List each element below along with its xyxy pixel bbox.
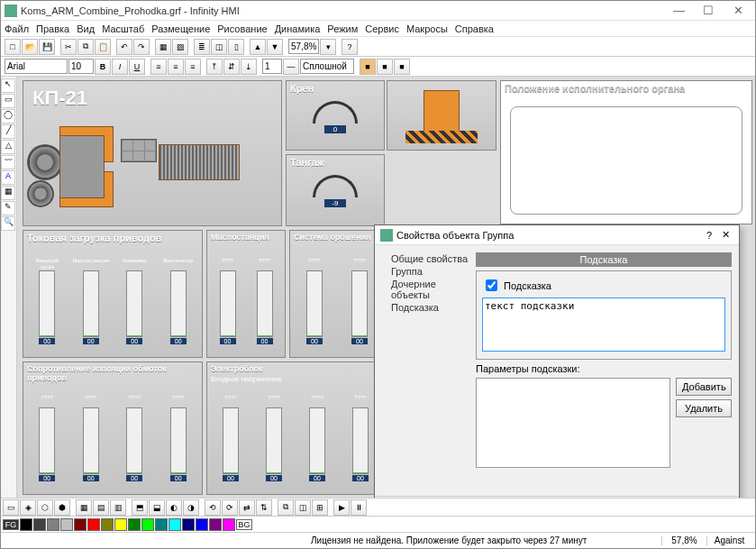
tree-group[interactable]: Группа xyxy=(382,265,469,278)
tooltip-checkbox-label[interactable]: Подсказка xyxy=(482,277,725,294)
tool-image[interactable]: ▦ xyxy=(1,186,15,200)
panel-electro[interactable]: Электроблок Входное напряжение ????00 ??… xyxy=(206,361,385,495)
color-swatch[interactable] xyxy=(196,518,208,531)
btool-18[interactable]: ⊞ xyxy=(312,499,328,516)
back-button[interactable]: ▼ xyxy=(267,39,283,55)
params-list[interactable] xyxy=(476,378,670,468)
group-button[interactable]: ◫ xyxy=(211,39,227,55)
btool-7[interactable]: ▥ xyxy=(110,499,126,516)
menu-layout[interactable]: Размещение xyxy=(151,23,210,34)
italic-button[interactable]: I xyxy=(112,59,128,75)
dialog-close-button[interactable]: ✕ xyxy=(717,229,733,241)
panel-spray[interactable]: Система орошения ????00 ????00 xyxy=(289,230,385,358)
color2-button[interactable]: ■ xyxy=(377,59,393,75)
zoom-input[interactable] xyxy=(288,39,319,54)
ungroup-button[interactable]: ▯ xyxy=(228,39,244,55)
color-swatch[interactable] xyxy=(169,518,181,531)
panel-tangaj[interactable]: Тангаж -9 xyxy=(286,154,385,226)
v-bot-button[interactable]: ⤓ xyxy=(241,59,257,75)
fontsize-select[interactable] xyxy=(68,59,94,74)
copy-button[interactable]: ⧉ xyxy=(77,39,94,55)
color-swatch[interactable] xyxy=(155,518,168,531)
snap-button[interactable]: ▨ xyxy=(172,39,188,55)
panel-kren[interactable]: Крен 0 xyxy=(286,80,385,151)
panel-rig[interactable] xyxy=(387,80,496,151)
minimize-button[interactable]: — xyxy=(665,4,692,17)
menu-edit[interactable]: Правка xyxy=(36,23,69,34)
tool-zoom[interactable]: 🔍 xyxy=(1,216,15,231)
linestyle-select[interactable] xyxy=(300,59,354,74)
color-swatch[interactable] xyxy=(128,518,141,531)
grid-button[interactable]: ▦ xyxy=(155,39,171,55)
underline-button[interactable]: U xyxy=(129,59,145,75)
color-swatch[interactable] xyxy=(87,518,100,531)
btool-12[interactable]: ⟲ xyxy=(205,499,221,516)
menu-service[interactable]: Сервис xyxy=(365,23,399,34)
btool-16[interactable]: ⧉ xyxy=(278,499,294,516)
save-button[interactable]: 💾 xyxy=(39,39,55,55)
btool-5[interactable]: ▦ xyxy=(76,499,92,516)
color-swatch[interactable] xyxy=(182,518,195,531)
dialog-titlebar[interactable]: Свойства объекта Группа ? ✕ xyxy=(375,225,739,245)
btool-9[interactable]: ⬓ xyxy=(149,499,165,516)
btool-6[interactable]: ▤ xyxy=(93,499,109,516)
color-swatch[interactable] xyxy=(101,518,114,531)
tree-children[interactable]: Дочерние объекты xyxy=(382,278,469,301)
btool-13[interactable]: ⟳ xyxy=(222,499,238,516)
tool-pointer[interactable]: ↖ xyxy=(1,78,15,93)
tooltip-textarea[interactable] xyxy=(482,297,725,352)
btool-19[interactable]: ▶ xyxy=(333,499,350,516)
color-swatch[interactable] xyxy=(20,518,32,531)
btool-2[interactable]: ◈ xyxy=(20,499,36,516)
menu-help[interactable]: Справка xyxy=(455,23,494,34)
btool-4[interactable]: ⬢ xyxy=(54,499,70,516)
add-button[interactable]: Добавить xyxy=(676,378,732,396)
zoom-dropdown[interactable]: ▾ xyxy=(320,39,336,55)
tool-rect[interactable]: ▭ xyxy=(1,94,15,108)
color-swatch[interactable] xyxy=(223,518,235,531)
bg-label[interactable]: BG xyxy=(236,519,252,530)
btool-20[interactable]: ⏸ xyxy=(351,499,367,516)
color3-button[interactable]: ■ xyxy=(394,59,410,75)
tool-text[interactable]: A xyxy=(1,170,15,185)
color1-button[interactable]: ■ xyxy=(360,59,376,75)
color-swatch[interactable] xyxy=(209,518,222,531)
cut-button[interactable]: ✂ xyxy=(60,39,77,55)
panel-oil[interactable]: Маслостанция ????00 ????00 xyxy=(206,230,286,358)
bold-button[interactable]: B xyxy=(95,59,111,75)
align-right-button[interactable]: ≡ xyxy=(185,59,201,75)
btool-15[interactable]: ⇅ xyxy=(256,499,272,516)
maximize-button[interactable]: ☐ xyxy=(695,4,722,17)
tool-curve[interactable]: 〰 xyxy=(1,155,15,169)
align-center-button[interactable]: ≡ xyxy=(168,59,184,75)
front-button[interactable]: ▲ xyxy=(250,39,266,55)
tool-line[interactable]: ╱ xyxy=(1,124,15,139)
btool-1[interactable]: ▭ xyxy=(3,499,19,516)
btool-11[interactable]: ◑ xyxy=(183,499,199,516)
btool-10[interactable]: ◐ xyxy=(166,499,182,516)
menu-scale[interactable]: Масштаб xyxy=(102,23,144,34)
align-left-button[interactable]: ≡ xyxy=(150,59,167,75)
tool-ellipse[interactable]: ◯ xyxy=(1,109,15,124)
tree-general[interactable]: Общие свойства xyxy=(382,252,469,265)
redo-button[interactable]: ↷ xyxy=(133,39,150,55)
open-button[interactable]: 📂 xyxy=(22,39,38,55)
panel-kp21[interactable]: КП-21 xyxy=(23,80,282,226)
tool-pipette[interactable]: ✎ xyxy=(1,201,15,215)
canvas[interactable]: КП-21 Крен 0 xyxy=(17,77,755,498)
font-select[interactable] xyxy=(5,59,68,74)
v-top-button[interactable]: ⤒ xyxy=(206,59,223,75)
v-mid-button[interactable]: ⇵ xyxy=(223,59,240,75)
btool-3[interactable]: ⬡ xyxy=(37,499,53,516)
menu-macros[interactable]: Макросы xyxy=(406,23,448,34)
color-swatch[interactable] xyxy=(141,518,154,531)
paste-button[interactable]: 📋 xyxy=(95,39,111,55)
tree-tooltip[interactable]: Подсказка xyxy=(382,301,469,314)
help-button[interactable]: ? xyxy=(342,39,358,55)
color-swatch[interactable] xyxy=(74,518,87,531)
panel-position[interactable]: Положение исполнительного органа xyxy=(500,80,752,224)
close-button[interactable]: ✕ xyxy=(724,4,751,17)
btool-14[interactable]: ⇄ xyxy=(239,499,255,516)
linewidth-preview[interactable]: — xyxy=(283,59,299,75)
tooltip-checkbox[interactable] xyxy=(486,279,497,291)
